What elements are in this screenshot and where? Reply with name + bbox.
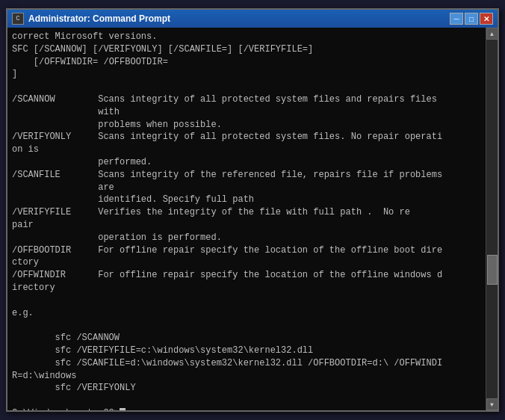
window-icon: C: [12, 13, 24, 25]
title-bar: C Administrator: Command Prompt ─ □ ✕: [7, 10, 498, 28]
maximize-button[interactable]: □: [465, 13, 478, 25]
close-button[interactable]: ✕: [480, 13, 493, 25]
scrollbar[interactable]: ▲ ▼: [486, 28, 498, 410]
scroll-down-arrow[interactable]: ▼: [486, 398, 498, 410]
cursor: [120, 408, 126, 410]
window-title: Administrator: Command Prompt: [28, 13, 170, 24]
terminal-output[interactable]: correct Microsoft versions. SFC [/SCANNO…: [7, 28, 486, 410]
title-buttons: ─ □ ✕: [450, 13, 493, 25]
terminal-body: correct Microsoft versions. SFC [/SCANNO…: [7, 28, 498, 410]
scroll-up-arrow[interactable]: ▲: [486, 28, 498, 40]
scrollbar-track[interactable]: [486, 40, 498, 398]
minimize-button[interactable]: ─: [450, 13, 463, 25]
command-prompt-window: C Administrator: Command Prompt ─ □ ✕ co…: [6, 8, 499, 412]
scrollbar-thumb[interactable]: [487, 255, 498, 285]
title-bar-left: C Administrator: Command Prompt: [12, 13, 170, 25]
